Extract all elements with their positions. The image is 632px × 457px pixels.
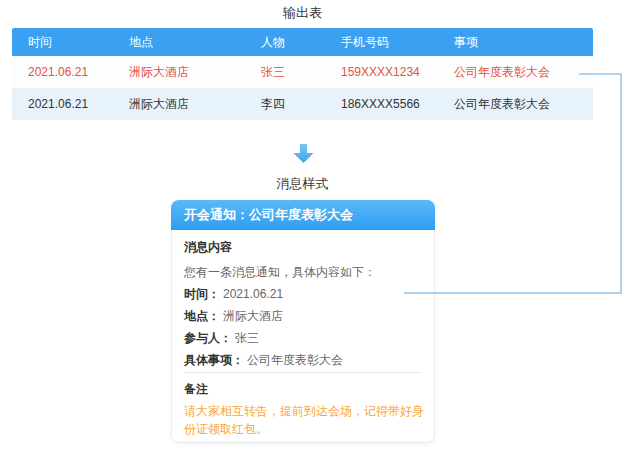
header-cell-time: 时间 [12, 28, 113, 56]
table-header-row: 时间 地点 人物 手机号码 事项 [12, 28, 593, 56]
field-label: 地点： [184, 309, 220, 323]
down-arrow-icon [293, 144, 314, 163]
table-cell-place: 洲际大酒店 [113, 88, 245, 120]
table-cell-time: 2021.06.21 [12, 88, 113, 120]
header-cell-place: 地点 [113, 28, 245, 56]
header-cell-phone: 手机号码 [325, 28, 438, 56]
table-cell-item: 公司年度表彰大会 [438, 56, 593, 88]
field-label: 具体事项： [184, 353, 244, 367]
field-value: 2021.06.21 [223, 287, 283, 301]
field-row-place: 地点：洲际大酒店 [184, 305, 424, 327]
field-row-participant: 参与人：张三 [184, 327, 424, 349]
header-cell-item: 事项 [438, 28, 593, 56]
table-cell-person: 李四 [245, 88, 325, 120]
table-cell-phone: 186XXXX5566 [325, 88, 438, 120]
table-row-highlighted: 2021.06.21 洲际大酒店 张三 159XXXX1234 公司年度表彰大会 [12, 56, 593, 88]
table-row: 2021.06.21 洲际大酒店 李四 186XXXX5566 公司年度表彰大会 [12, 88, 593, 120]
page: 输出表 时间 地点 人物 手机号码 事项 2021.06.21 洲际大酒店 张三… [0, 0, 632, 457]
card-divider [184, 372, 422, 373]
field-row-item: 具体事项：公司年度表彰大会 [184, 349, 424, 371]
header-cell-person: 人物 [245, 28, 325, 56]
message-intro: 您有一条消息通知，具体内容如下： [184, 261, 424, 283]
remark-label: 备注 [184, 378, 424, 400]
message-style-title: 消息样式 [12, 175, 593, 193]
field-value: 洲际大酒店 [223, 309, 283, 323]
field-value: 张三 [235, 331, 259, 345]
message-content-label: 消息内容 [184, 236, 424, 258]
message-card-header: 开会通知：公司年度表彰大会 [171, 200, 435, 230]
field-value: 公司年度表彰大会 [247, 353, 343, 367]
field-row-time: 时间：2021.06.21 [184, 283, 424, 305]
table-cell-person: 张三 [245, 56, 325, 88]
table-cell-item: 公司年度表彰大会 [438, 88, 593, 120]
table-cell-phone: 159XXXX1234 [325, 56, 438, 88]
table-cell-time: 2021.06.21 [12, 56, 113, 88]
table-cell-place: 洲际大酒店 [113, 56, 245, 88]
message-card-body: 消息内容 您有一条消息通知，具体内容如下： 时间：2021.06.21 地点：洲… [172, 230, 434, 442]
field-label: 时间： [184, 287, 220, 301]
output-table-title: 输出表 [12, 4, 593, 22]
message-card: 开会通知：公司年度表彰大会 消息内容 您有一条消息通知，具体内容如下： 时间：2… [171, 200, 435, 443]
output-table: 时间 地点 人物 手机号码 事项 2021.06.21 洲际大酒店 张三 159… [12, 28, 593, 120]
field-label: 参与人： [184, 331, 232, 345]
remark-text: 请大家相互转告，提前到达会场，记得带好身份证领取红包。 [184, 402, 424, 438]
